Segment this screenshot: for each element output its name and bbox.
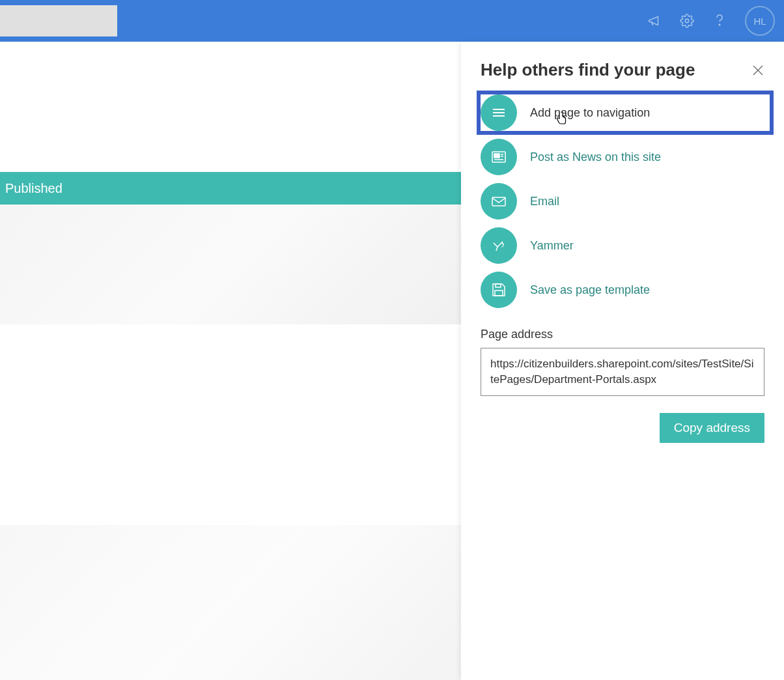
option-label: Email [530, 195, 559, 208]
option-email[interactable]: Email [481, 179, 764, 223]
svg-point-1 [719, 24, 720, 25]
status-text: Published [5, 181, 63, 196]
page-address-label: Page address [481, 328, 764, 341]
avatar-initials: HL [753, 16, 766, 27]
option-label: Post as News on this site [530, 150, 661, 164]
top-actions: HL [647, 6, 775, 36]
option-yammer[interactable]: Yammer [481, 223, 764, 268]
svg-rect-8 [494, 154, 499, 158]
hamburger-icon [481, 94, 517, 131]
promote-panel: Help others find your page Add page to n… [461, 42, 784, 680]
yammer-icon [481, 227, 517, 264]
avatar[interactable]: HL [745, 6, 775, 36]
panel-header: Help others find your page [481, 60, 764, 80]
option-post-as-news[interactable]: Post as News on this site [481, 135, 764, 179]
mail-icon [481, 183, 517, 220]
top-bar: HL [0, 0, 784, 42]
svg-rect-14 [495, 290, 503, 296]
close-icon [752, 64, 764, 76]
option-label: Save as page template [530, 283, 650, 297]
news-icon [481, 139, 517, 175]
page-address-value[interactable]: https://citizenbuilders.sharepoint.com/s… [481, 348, 764, 396]
copy-button-wrap: Copy address [481, 413, 764, 443]
svg-point-0 [685, 19, 689, 23]
status-banner: Published [0, 172, 461, 205]
close-button[interactable] [751, 64, 764, 77]
search-box[interactable] [0, 5, 117, 36]
page-address-section: Page address https://citizenbuilders.sha… [481, 328, 764, 443]
gear-icon[interactable] [680, 14, 694, 28]
option-save-as-template[interactable]: Save as page template [481, 268, 764, 312]
copy-address-button[interactable]: Copy address [660, 413, 764, 443]
svg-rect-13 [496, 284, 501, 287]
background-band-1 [0, 205, 461, 324]
option-label: Add page to navigation [530, 106, 650, 120]
help-icon[interactable] [712, 14, 727, 28]
option-list: Add page to navigation Post as News on t… [481, 91, 764, 312]
option-label: Yammer [530, 239, 574, 253]
background-band-2 [0, 525, 461, 680]
save-icon [481, 272, 517, 308]
megaphone-icon[interactable] [647, 14, 662, 28]
svg-rect-12 [492, 197, 505, 206]
option-add-to-navigation[interactable]: Add page to navigation [477, 91, 774, 135]
panel-title: Help others find your page [481, 60, 695, 80]
